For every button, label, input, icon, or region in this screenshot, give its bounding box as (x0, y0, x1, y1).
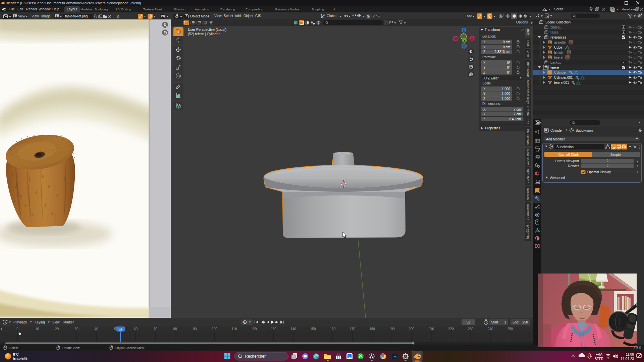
svg-text:130: 130 (271, 327, 276, 331)
svg-text:Optimal Display: Optimal Display (587, 170, 611, 174)
svg-text:Keying: Keying (35, 320, 45, 324)
svg-text:End: End (513, 320, 519, 324)
svg-text:120: 120 (251, 327, 257, 331)
svg-text:X: X (483, 61, 486, 65)
svg-text:Subdivision: Subdivision (556, 145, 574, 149)
svg-text:X: X (483, 40, 486, 44)
svg-text:Select: Select (9, 346, 18, 350)
svg-text:Y: Y (483, 66, 486, 69)
svg-text:Cylinder: Cylinder (554, 71, 567, 74)
svg-text:0 cm: 0 cm (503, 40, 510, 44)
svg-text:teiere.001: teiere.001 (554, 81, 569, 84)
svg-text:150: 150 (310, 327, 316, 331)
svg-text:190: 190 (389, 327, 395, 331)
svg-text:2.49 cm: 2.49 cm (509, 117, 521, 121)
svg-text:40: 40 (94, 327, 98, 331)
svg-text:11:08: 11:08 (626, 353, 634, 356)
svg-text:210: 210 (428, 327, 434, 331)
svg-text:60: 60 (134, 327, 138, 331)
svg-text:L: L (348, 355, 351, 358)
svg-text:70: 70 (154, 327, 158, 331)
svg-text:250: 250 (507, 327, 513, 331)
svg-text:Cylinder.001: Cylinder.001 (554, 76, 573, 79)
svg-text:52: 52 (466, 320, 470, 324)
svg-text:0°: 0° (507, 71, 510, 74)
svg-text:X: X (483, 87, 486, 91)
svg-text:backup: backup (550, 61, 561, 64)
svg-text:assiette: assiette (554, 41, 566, 44)
svg-text:teiere: teiere (554, 56, 562, 59)
svg-text:X: X (483, 108, 486, 111)
svg-text:references: references (550, 36, 566, 39)
svg-text:0°: 0° (507, 61, 510, 65)
svg-text:Transform: Transform (485, 28, 500, 32)
svg-text:8°C: 8°C (13, 353, 19, 356)
svg-text:tasse: tasse (550, 31, 558, 34)
svg-text:XYZ Euler: XYZ Euler (483, 76, 499, 80)
svg-text:1.000: 1.000 (502, 97, 510, 101)
svg-text:90: 90 (193, 327, 197, 331)
svg-text:BEFR: BEFR (595, 357, 604, 361)
svg-text:Scale:: Scale: (482, 81, 492, 85)
svg-text:20: 20 (55, 327, 59, 331)
svg-text:Marker: Marker (63, 320, 74, 324)
svg-text:Add Modifier: Add Modifier (546, 137, 565, 141)
svg-text:140: 140 (290, 327, 296, 331)
svg-text:Dimensions:: Dimensions: (482, 102, 501, 106)
svg-text:Y: Y (483, 92, 486, 96)
svg-text:Z: Z (483, 50, 485, 54)
svg-text:160: 160 (330, 327, 336, 331)
svg-text:230: 230 (468, 327, 474, 331)
svg-text:Y: Y (463, 39, 465, 42)
svg-text:Z: Z (483, 97, 485, 101)
svg-text:Simple: Simple (610, 153, 621, 157)
svg-text:240: 240 (488, 327, 493, 331)
svg-text:7 cm: 7 cm (514, 108, 521, 111)
svg-text:Playback: Playback (13, 320, 28, 324)
svg-text:Z: Z (483, 117, 485, 121)
svg-text:plateau: plateau (550, 25, 561, 29)
svg-text:1.000: 1.000 (502, 87, 510, 91)
svg-text:Y: Y (483, 112, 486, 116)
svg-text:10: 10 (35, 327, 39, 331)
svg-text:Catmull-Clark: Catmull-Clark (558, 153, 579, 157)
svg-text:14-04-23: 14-04-23 (621, 357, 634, 361)
svg-text:0: 0 (16, 327, 18, 331)
svg-text:2: 2 (606, 159, 608, 163)
svg-text:0°: 0° (507, 66, 510, 69)
svg-text:X: X (471, 37, 473, 40)
svg-text:View: View (52, 320, 60, 324)
svg-text:80: 80 (173, 327, 177, 331)
svg-text:180: 180 (369, 327, 375, 331)
svg-text:220: 220 (448, 327, 454, 331)
svg-text:250: 250 (522, 320, 528, 324)
svg-text:170: 170 (350, 327, 355, 331)
svg-text:Properties: Properties (485, 126, 500, 130)
svg-text:2: 2 (606, 164, 608, 168)
svg-text:Ensoleillé: Ensoleillé (13, 357, 28, 360)
svg-text:Empty: Empty (554, 51, 564, 54)
svg-text:30: 30 (75, 327, 79, 331)
svg-text:Advanced: Advanced (550, 176, 565, 180)
svg-text:teiere: teiere (550, 66, 559, 69)
svg-text:7 cm: 7 cm (514, 112, 521, 116)
svg-text:Scene Collection: Scene Collection (545, 20, 571, 24)
svg-text:52: 52 (118, 327, 122, 331)
svg-text:Rechercher: Rechercher (245, 354, 266, 359)
svg-text:Z: Z (463, 29, 465, 32)
svg-text:100: 100 (212, 327, 217, 331)
svg-text:FRA: FRA (596, 353, 602, 356)
svg-text:Levels Viewport: Levels Viewport (555, 159, 579, 163)
svg-text:Object Context Menu: Object Context Menu (115, 346, 145, 350)
svg-text:110: 110 (231, 327, 237, 331)
svg-text:Y: Y (483, 45, 486, 49)
svg-text:Start: Start (491, 320, 498, 324)
svg-text:Cube: Cube (554, 46, 562, 49)
svg-text:Subdivision: Subdivision (576, 129, 593, 132)
svg-text:Ps: Ps (393, 355, 397, 359)
svg-text:1.000: 1.000 (502, 92, 510, 96)
svg-text:9.3213 cm: 9.3213 cm (494, 50, 510, 54)
svg-text:Cylinder: Cylinder (550, 129, 563, 132)
svg-text:Rotate View: Rotate View (62, 346, 79, 350)
svg-text:Z: Z (483, 71, 485, 74)
